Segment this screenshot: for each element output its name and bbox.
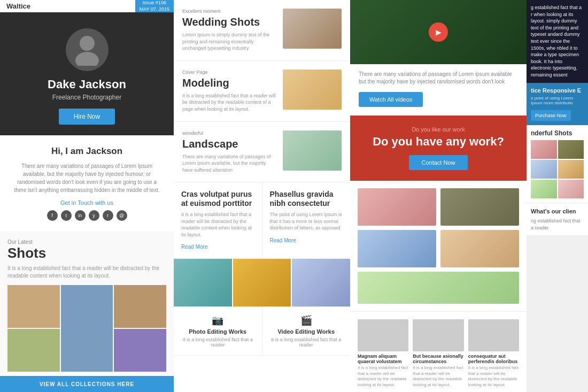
- logo: Waltice: [0, 0, 135, 12]
- video-icon-desc: It is a long established fact that a rea…: [270, 337, 343, 348]
- about-title: Hi, I am Jackson: [11, 146, 163, 157]
- facebook-icon[interactable]: f: [47, 210, 58, 221]
- article-wedding-title: Wedding Shots: [182, 16, 276, 28]
- col2-read-more[interactable]: Read More: [270, 237, 296, 243]
- left-panel: Waltice Issue #106 MAY 07, 2015 Dake Jac…: [0, 0, 174, 392]
- shots-section: Our Latest Shots It is a long establishe…: [0, 232, 174, 376]
- col2-title: Phasellus gravida nibh consectetur: [270, 190, 343, 208]
- bottom-photo-3: [292, 259, 350, 306]
- svg-point-1: [75, 52, 99, 66]
- get-in-touch-link[interactable]: Get in Touch with us: [11, 199, 163, 206]
- article-landscape-text: wonderful Landscape There are many varia…: [182, 130, 276, 174]
- ws-cell-5: [531, 180, 557, 198]
- photo-icon-label: Photo Editing Works: [181, 328, 254, 335]
- linkedin-icon[interactable]: in: [75, 210, 86, 221]
- person-card-1: Magnam aliquam quaerat volustatem It is …: [358, 319, 408, 388]
- shots-cards-section: [350, 181, 527, 311]
- photo-cell-3: [114, 285, 166, 328]
- article-modeling-category: Cover Page: [182, 70, 276, 75]
- people-grid: Magnam aliquam quaerat volustatem It is …: [358, 319, 519, 388]
- ws-cell-1: [531, 140, 557, 159]
- view-all-button[interactable]: VIEW ALL COLLECTIONS HERE: [0, 376, 174, 392]
- hire-button[interactable]: Hire Now: [59, 109, 115, 125]
- wonderful-shots-title: nderful Shots: [531, 129, 584, 137]
- ws-cell-4: [558, 160, 584, 179]
- shots-title: Shots: [7, 245, 166, 262]
- col2-desc: The point of using Lorem ipsum is that i…: [270, 211, 343, 232]
- profile-section: Dake Jackson Freelance Photographer Hire…: [0, 12, 174, 135]
- what-our-clients-title: What's our clien: [531, 207, 584, 216]
- ws-cell-3: [531, 160, 557, 179]
- article-wedding: Excellent moment Wedding Shots Lorem Ips…: [174, 0, 350, 61]
- article-landscape-category: wonderful: [182, 130, 276, 136]
- article-wedding-category: Excellent moment: [182, 9, 276, 14]
- bottom-photo-2: [233, 259, 291, 306]
- article-landscape-thumb: [283, 130, 342, 171]
- our-latest-label: Our Latest: [7, 239, 166, 245]
- social-icons: f t in y r @: [11, 210, 163, 221]
- person-desc-1: It is a long established fact that a rea…: [358, 365, 408, 388]
- col-article-2: Phasellus gravida nibh consectetur The p…: [262, 182, 351, 258]
- col1-read-more[interactable]: Read More: [181, 244, 207, 250]
- video-icon-label: Video Editing Works: [270, 328, 343, 335]
- far-right-bottom-text: ng established fact that a reader: [531, 218, 584, 231]
- shots-card-2: [440, 188, 519, 226]
- wonderful-shots-grid: [531, 140, 584, 198]
- article-modeling-text: Cover Page Modeling It is a long establi…: [182, 70, 276, 113]
- article-modeling-title: Modeling: [182, 76, 276, 89]
- camera-icon: 📷: [181, 314, 254, 326]
- cta-sub: Do you like our work: [359, 126, 518, 133]
- article-modeling-thumb: [283, 70, 342, 110]
- bottom-photo-1: [174, 259, 232, 306]
- article-landscape: wonderful Landscape There are many varia…: [174, 122, 350, 183]
- article-wedding-desc: Lorem Ipsum is simply dummy text of the …: [182, 32, 276, 52]
- header-bar: Waltice Issue #106 MAY 07, 2015: [0, 0, 174, 12]
- person-name-1: Magnam aliquam quaerat volustatem: [358, 353, 408, 364]
- article-wedding-text: Excellent moment Wedding Shots Lorem Ips…: [182, 9, 276, 52]
- article-landscape-desc: There are many variations of passages of…: [182, 153, 276, 174]
- play-button[interactable]: ▶: [429, 22, 448, 42]
- article-modeling: Cover Page Modeling It is a long establi…: [174, 61, 350, 122]
- avatar: [66, 28, 109, 71]
- contact-button[interactable]: Contact Now: [409, 155, 468, 170]
- email-icon[interactable]: @: [117, 210, 127, 221]
- ws-cell-6: [558, 180, 584, 198]
- photo-grid: [7, 285, 166, 372]
- person-photo-1: [358, 319, 408, 351]
- cta-section: Do you like our work Do you have any wor…: [350, 116, 527, 181]
- person-name-3: consequatur aut perferendis doloribus: [468, 353, 519, 364]
- two-col-articles: Cras volutpat purus at euismod porttitor…: [174, 182, 350, 259]
- far-right-bottom: What's our clien ng established fact tha…: [527, 203, 588, 236]
- rss-icon[interactable]: r: [103, 210, 113, 221]
- twitter-icon[interactable]: t: [61, 210, 72, 221]
- video-icon: 🎬: [270, 314, 343, 326]
- far-right-top-text: g established fact that a r when looking…: [527, 0, 588, 83]
- purchase-button[interactable]: Purchase Now: [531, 110, 571, 121]
- shots-card-3: [358, 230, 436, 267]
- youtube-icon[interactable]: y: [89, 210, 99, 221]
- col1-title: Cras volutpat purus at euismod porttitor: [181, 190, 254, 208]
- shots-card-5: [358, 272, 519, 304]
- middle-panel: Excellent moment Wedding Shots Lorem Ips…: [174, 0, 350, 392]
- person-card-2: But because asionally circumstances It i…: [413, 319, 463, 388]
- video-section: ▶ There are many variations of passages …: [350, 0, 527, 116]
- watch-all-button[interactable]: Watch All videos: [359, 92, 423, 107]
- icon-item-video: 🎬 Video Editing Works It is a long estab…: [262, 307, 351, 355]
- icon-item-photo: 📷 Photo Editing Works It is a long estab…: [174, 307, 262, 355]
- article-modeling-desc: It is a long established fact that a rea…: [182, 93, 276, 113]
- right-panel: ▶ There are many variations of passages …: [350, 0, 527, 392]
- person-desc-3: It is a long established fact that a rea…: [468, 365, 519, 388]
- person-desc-2: It is a long established fact that a rea…: [413, 365, 463, 388]
- profile-subtitle: Freelance Photographer: [11, 94, 163, 101]
- photo-cell-5: [114, 329, 166, 372]
- person-card-3: consequatur aut perferendis doloribus It…: [468, 319, 519, 388]
- person-photo-3: [468, 319, 519, 351]
- col-article-1: Cras volutpat purus at euismod porttitor…: [174, 182, 262, 258]
- video-thumbnail: ▶: [350, 0, 527, 64]
- wonderful-shots-section: nderful Shots: [527, 125, 588, 203]
- photo-icon-desc: It is a long established fact that a rea…: [181, 337, 254, 348]
- shots-cards-grid: [358, 188, 519, 267]
- photo-cell-2: [61, 285, 113, 372]
- about-desc: There are many variations of passages of…: [11, 162, 163, 194]
- far-right-panel: g established fact that a r when looking…: [527, 0, 588, 392]
